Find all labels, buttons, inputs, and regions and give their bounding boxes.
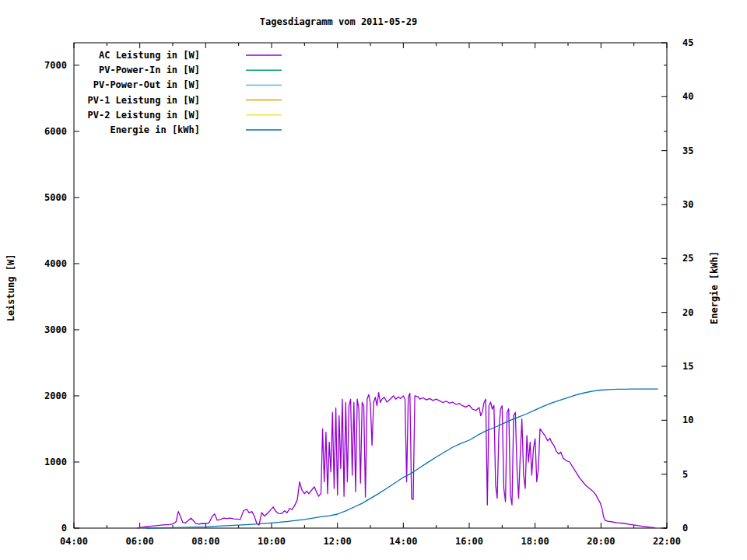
right-axis-title: Energie [kWh] [709,251,720,324]
left-axis-tick-label: 6000 [44,126,67,137]
chart-title: Tagesdiagramm vom 2011-05-29 [260,16,417,27]
left-axis-tick-label: 2000 [44,390,67,401]
legend-label: PV-Power-In in [W] [99,65,200,75]
left-axis-title: Leistung [W] [5,254,16,322]
series-ac [137,393,655,528]
x-axis-tick-label: 10:00 [258,536,286,547]
left-axis-tick-label: 7000 [44,60,67,71]
left-axis-tick-label: 5000 [44,192,67,203]
right-axis-tick-label: 15 [682,361,693,372]
x-axis-tick-label: 22:00 [653,536,681,547]
chart-legend: AC Leistung in [W]PV-Power-In in [W]PV-P… [88,50,282,135]
right-axis-tick-label: 35 [682,145,693,156]
right-axis-tick-label: 40 [682,91,693,102]
left-axis-tick-label: 1000 [44,457,67,467]
x-axis-tick-label: 12:00 [324,536,352,547]
x-axis-tick-label: 14:00 [389,536,417,547]
x-axis-tick-label: 16:00 [455,536,483,547]
legend-label: PV-2 Leistung in [W] [88,110,201,121]
left-axis-tick-label: 0 [61,523,67,534]
legend-label: AC Leistung in [W] [99,50,200,61]
left-axis-tick-label: 4000 [44,258,67,269]
series-energie [146,389,658,528]
tagesdiagramm-chart: Tagesdiagramm vom 2011-05-29 Leistung [W… [0,0,747,560]
x-axis-tick-label: 04:00 [60,536,88,547]
right-axis-tick-label: 5 [682,469,688,480]
x-axis-tick-label: 08:00 [191,536,219,547]
right-axis-tick-label: 25 [682,253,693,264]
left-axis-tick-label: 3000 [44,324,67,335]
right-axis-tick-label: 10 [682,415,693,425]
legend-label: Energie in [kWh] [110,124,200,135]
right-axis-tick-label: 0 [682,523,688,534]
legend-label: PV-1 Leistung in [W] [88,95,201,106]
x-axis-tick-label: 20:00 [587,536,615,547]
right-axis-tick-label: 20 [682,307,693,318]
legend-label: PV-Power-Out in [W] [93,79,200,90]
daily-pv-chart-page: Tagesdiagramm vom 2011-05-29 Leistung [W… [0,0,747,560]
right-axis-tick-label: 30 [682,199,693,210]
data-curves [137,389,658,528]
x-axis-tick-label: 06:00 [126,536,154,547]
right-axis-tick-label: 45 [682,37,693,48]
x-axis-tick-label: 18:00 [521,536,549,547]
